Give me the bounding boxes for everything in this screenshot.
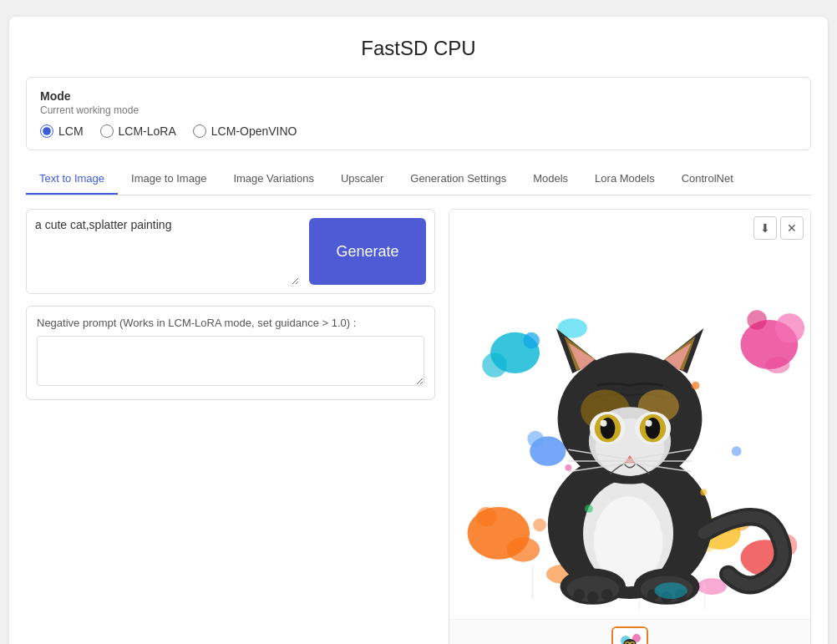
mode-label: Mode: [40, 89, 797, 103]
tab-models[interactable]: Models: [520, 164, 581, 195]
app-container: FastSD CPU Mode Current working mode LCM…: [9, 17, 828, 644]
image-toolbar: ⬇ ✕: [753, 216, 804, 240]
cat-illustration: [449, 218, 810, 611]
tabs-bar: Text to Image Image to Image Image Varia…: [26, 164, 811, 195]
svg-point-6: [482, 352, 506, 377]
svg-point-67: [601, 589, 613, 601]
svg-point-10: [775, 313, 804, 342]
tab-controlnet[interactable]: ControlNet: [668, 164, 747, 195]
svg-point-71: [654, 582, 687, 599]
tab-image-to-image[interactable]: Image to Image: [118, 164, 220, 195]
svg-point-75: [585, 505, 593, 513]
tab-generation-settings[interactable]: Generation Settings: [397, 164, 520, 195]
radio-lcm-lora[interactable]: LCM-LoRA: [100, 124, 176, 138]
tab-upscaler[interactable]: Upscaler: [327, 164, 397, 195]
download-icon: ⬇: [760, 221, 770, 235]
svg-point-11: [747, 310, 767, 330]
app-title: FastSD CPU: [26, 37, 811, 60]
negative-prompt-section: Negative prompt (Works in LCM-LoRA mode,…: [26, 306, 435, 400]
tab-lora-models[interactable]: Lora Models: [581, 164, 668, 195]
mode-sublabel: Current working mode: [40, 104, 797, 116]
svg-point-7: [523, 332, 540, 349]
radio-lcm-openvino-input[interactable]: [193, 124, 206, 138]
generate-button[interactable]: Generate: [309, 218, 426, 285]
svg-point-72: [692, 382, 700, 390]
svg-point-12: [765, 357, 789, 373]
svg-point-73: [565, 464, 571, 471]
download-button[interactable]: ⬇: [753, 216, 777, 240]
main-content: a cute cat,splatter painting Generate Ne…: [26, 195, 811, 644]
radio-lcm-openvino-label: LCM-OpenVINO: [211, 124, 297, 138]
negative-prompt-input[interactable]: [37, 336, 424, 386]
prompt-input[interactable]: a cute cat,splatter painting: [35, 218, 299, 285]
radio-lcm-lora-label: LCM-LoRA: [119, 124, 176, 138]
svg-point-53: [646, 420, 652, 427]
svg-point-2: [507, 537, 540, 561]
svg-point-14: [527, 431, 544, 448]
negative-prompt-label: Negative prompt (Works in LCM-LoRA mode,…: [37, 317, 424, 329]
radio-lcm-openvino[interactable]: LCM-OpenVINO: [193, 124, 297, 138]
radio-lcm-lora-input[interactable]: [100, 124, 114, 138]
radio-group: LCM LCM-LoRA LCM-OpenVINO: [40, 124, 797, 138]
right-panel: ⬇ ✕: [449, 209, 811, 644]
svg-point-65: [573, 589, 585, 601]
svg-point-76: [700, 489, 707, 495]
svg-rect-30: [703, 582, 705, 611]
prompt-area: a cute cat,splatter painting Generate: [26, 209, 435, 294]
svg-point-49: [601, 420, 607, 427]
tab-text-to-image[interactable]: Text to Image: [26, 164, 118, 195]
left-panel: a cute cat,splatter painting Generate Ne…: [26, 209, 435, 644]
svg-point-74: [732, 446, 742, 456]
tab-image-variations[interactable]: Image Variations: [220, 164, 327, 195]
generated-image-area: [449, 210, 810, 619]
svg-point-4: [533, 519, 546, 532]
svg-point-66: [587, 591, 599, 603]
radio-lcm[interactable]: LCM: [40, 124, 84, 138]
thumbnail-svg: [613, 628, 647, 644]
radio-lcm-label: LCM: [58, 124, 84, 138]
svg-point-3: [476, 507, 496, 527]
thumbnail-image[interactable]: [611, 626, 648, 644]
mode-section: Mode Current working mode LCM LCM-LoRA L…: [26, 77, 811, 150]
svg-rect-27: [531, 566, 534, 599]
close-button[interactable]: ✕: [780, 216, 804, 240]
close-icon: ✕: [787, 221, 797, 235]
radio-lcm-input[interactable]: [40, 124, 53, 138]
thumbnail-bar: [449, 619, 810, 644]
